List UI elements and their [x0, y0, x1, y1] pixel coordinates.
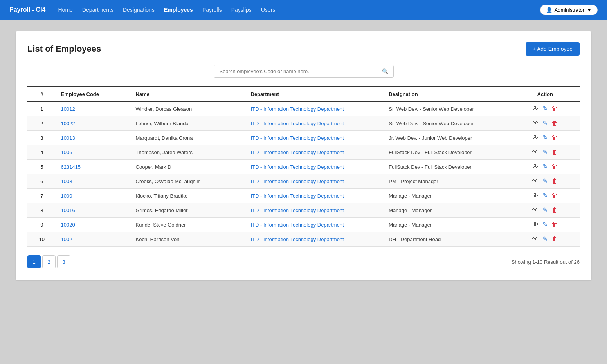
- edit-icon[interactable]: ✎: [542, 236, 548, 242]
- navbar-right: 👤 Administrator ▼: [540, 5, 598, 15]
- employee-code-link[interactable]: 10013: [61, 135, 75, 141]
- view-icon[interactable]: 👁: [532, 222, 539, 228]
- cell-dept: ITD - Information Technology Department: [246, 203, 384, 218]
- col-header-desig: Designation: [384, 87, 510, 101]
- view-icon[interactable]: 👁: [532, 236, 539, 242]
- cell-desig: FullStack Dev - Full Stack Developer: [384, 145, 510, 160]
- cell-name: Windler, Dorcas Gleason: [131, 101, 246, 116]
- edit-icon[interactable]: ✎: [542, 135, 548, 141]
- cell-dept: ITD - Information Technology Department: [246, 145, 384, 160]
- cell-desig: Manage - Manager: [384, 203, 510, 218]
- cell-name: Thompson, Jared Waters: [131, 145, 246, 160]
- table-row: 7 1000 Klocko, Tiffany Bradtke ITD - Inf…: [27, 189, 580, 203]
- cell-action: 👁 ✎ 🗑: [511, 174, 580, 189]
- showing-text: Showing 1-10 Result out of 26: [512, 259, 580, 265]
- view-icon[interactable]: 👁: [532, 207, 539, 213]
- edit-icon[interactable]: ✎: [542, 222, 548, 228]
- page-btn-3[interactable]: 3: [57, 255, 70, 268]
- edit-icon[interactable]: ✎: [542, 149, 548, 155]
- view-icon[interactable]: 👁: [532, 135, 539, 141]
- delete-icon[interactable]: 🗑: [551, 236, 558, 242]
- delete-icon[interactable]: 🗑: [551, 135, 558, 141]
- delete-icon[interactable]: 🗑: [551, 164, 558, 170]
- cell-code: 1006: [56, 145, 131, 160]
- pagination-area: 123 Showing 1-10 Result out of 26: [27, 255, 580, 268]
- search-container: 🔍: [27, 65, 580, 78]
- employee-code-link[interactable]: 10020: [61, 222, 75, 228]
- cell-name: Marquardt, Danika Crona: [131, 131, 246, 145]
- table-row: 1 10012 Windler, Dorcas Gleason ITD - In…: [27, 101, 580, 116]
- delete-icon[interactable]: 🗑: [551, 106, 558, 112]
- cell-num: 2: [27, 116, 56, 131]
- user-menu-button[interactable]: 👤 Administrator ▼: [540, 5, 598, 15]
- cell-dept: ITD - Information Technology Department: [246, 101, 384, 116]
- cell-dept: ITD - Information Technology Department: [246, 232, 384, 247]
- view-icon[interactable]: 👁: [532, 193, 539, 199]
- nav-departments[interactable]: Departments: [82, 7, 113, 13]
- search-icon: 🔍: [382, 68, 389, 74]
- employee-code-link[interactable]: 1006: [61, 150, 72, 155]
- col-header-name: Name: [131, 87, 246, 101]
- delete-icon[interactable]: 🗑: [551, 193, 558, 199]
- view-icon[interactable]: 👁: [532, 106, 539, 112]
- cell-code: 1000: [56, 189, 131, 203]
- table-body: 1 10012 Windler, Dorcas Gleason ITD - In…: [27, 101, 580, 247]
- delete-icon[interactable]: 🗑: [551, 207, 558, 213]
- page-btn-1[interactable]: 1: [27, 255, 41, 268]
- cell-name: Koch, Harrison Von: [131, 232, 246, 247]
- cell-action: 👁 ✎ 🗑: [511, 218, 580, 232]
- view-icon[interactable]: 👁: [532, 178, 539, 184]
- cell-dept: ITD - Information Technology Department: [246, 218, 384, 232]
- delete-icon[interactable]: 🗑: [551, 149, 558, 155]
- delete-icon[interactable]: 🗑: [551, 178, 558, 184]
- cell-desig: Sr. Web Dev. - Senior Web Developer: [384, 116, 510, 131]
- nav-payslips[interactable]: Payslips: [231, 7, 252, 13]
- employee-code-link[interactable]: 1002: [61, 236, 72, 242]
- cell-name: Grimes, Edgardo Miller: [131, 203, 246, 218]
- cell-num: 3: [27, 131, 56, 145]
- edit-icon[interactable]: ✎: [542, 120, 548, 126]
- nav-designations[interactable]: Designations: [123, 7, 155, 13]
- view-icon[interactable]: 👁: [532, 164, 539, 170]
- cell-desig: PM - Project Manager: [384, 174, 510, 189]
- table-row: 10 1002 Koch, Harrison Von ITD - Informa…: [27, 232, 580, 247]
- brand-logo: Payroll - CI4: [9, 6, 45, 13]
- employee-code-link[interactable]: 1008: [61, 178, 72, 184]
- table-row: 5 6231415 Cooper, Mark D ITD - Informati…: [27, 160, 580, 174]
- search-input[interactable]: [214, 65, 377, 77]
- employees-card: List of Employees + Add Employee 🔍 # Emp…: [16, 31, 591, 280]
- cell-code: 6231415: [56, 160, 131, 174]
- edit-icon[interactable]: ✎: [542, 106, 548, 112]
- search-button[interactable]: 🔍: [377, 65, 393, 77]
- cell-dept: ITD - Information Technology Department: [246, 116, 384, 131]
- card-header: List of Employees + Add Employee: [27, 42, 580, 56]
- nav-employees[interactable]: Employees: [164, 7, 193, 13]
- cell-num: 1: [27, 101, 56, 116]
- cell-desig: Manage - Manager: [384, 218, 510, 232]
- employee-code-link[interactable]: 10012: [61, 106, 75, 112]
- cell-num: 4: [27, 145, 56, 160]
- employee-code-link[interactable]: 1000: [61, 193, 72, 199]
- edit-icon[interactable]: ✎: [542, 178, 548, 184]
- cell-desig: Sr. Web Dev. - Senior Web Developer: [384, 101, 510, 116]
- add-employee-button[interactable]: + Add Employee: [526, 42, 580, 56]
- employee-code-link[interactable]: 10016: [61, 207, 75, 213]
- nav-payrolls[interactable]: Payrolls: [202, 7, 222, 13]
- table-row: 9 10020 Kunde, Steve Goldner ITD - Infor…: [27, 218, 580, 232]
- cell-action: 👁 ✎ 🗑: [511, 203, 580, 218]
- edit-icon[interactable]: ✎: [542, 164, 548, 170]
- delete-icon[interactable]: 🗑: [551, 120, 558, 126]
- employee-code-link[interactable]: 6231415: [61, 164, 81, 170]
- view-icon[interactable]: 👁: [532, 149, 539, 155]
- pagination: 123: [27, 255, 70, 268]
- col-header-action: Action: [511, 87, 580, 101]
- nav-home[interactable]: Home: [58, 7, 72, 13]
- col-header-code: Employee Code: [56, 87, 131, 101]
- edit-icon[interactable]: ✎: [542, 193, 548, 199]
- nav-users[interactable]: Users: [261, 7, 276, 13]
- page-btn-2[interactable]: 2: [42, 255, 56, 268]
- edit-icon[interactable]: ✎: [542, 207, 548, 213]
- delete-icon[interactable]: 🗑: [551, 222, 558, 228]
- employee-code-link[interactable]: 10022: [61, 121, 75, 126]
- view-icon[interactable]: 👁: [532, 120, 539, 126]
